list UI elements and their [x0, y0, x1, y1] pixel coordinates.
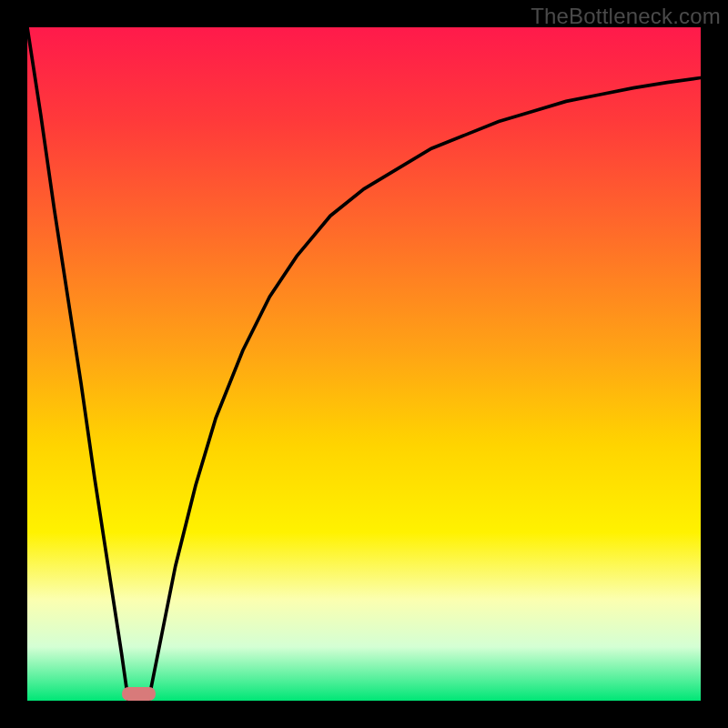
- curve-layer: [27, 27, 701, 701]
- watermark-text: TheBottleneck.com: [531, 4, 721, 29]
- plot-area: [27, 27, 701, 701]
- curve-right-branch: [148, 78, 701, 702]
- curve-left-branch: [27, 27, 128, 701]
- chart-frame: TheBottleneck.com: [0, 0, 728, 728]
- bottleneck-marker: [122, 687, 156, 701]
